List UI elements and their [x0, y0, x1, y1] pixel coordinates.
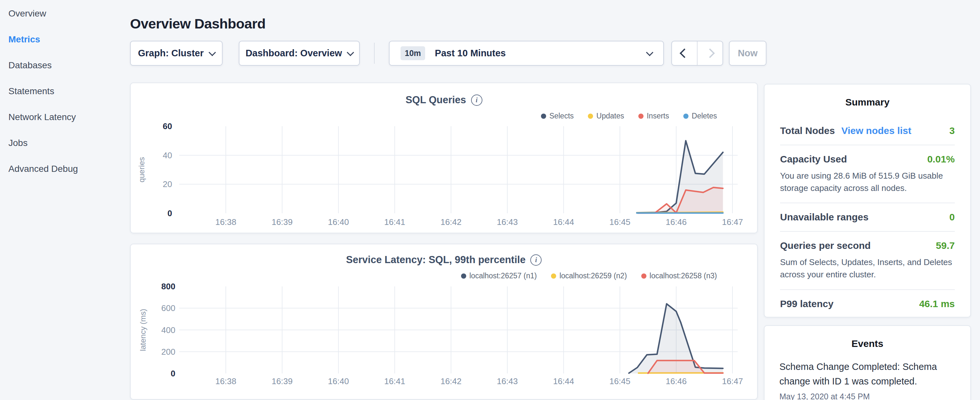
sidebar-item-overview[interactable]: Overview	[0, 1, 124, 27]
summary-row-label: Unavailable ranges	[780, 212, 869, 223]
legend-label: Updates	[596, 112, 624, 120]
svg-text:16:45: 16:45	[609, 217, 630, 227]
time-range-label: Past 10 Minutes	[435, 48, 641, 59]
svg-text:16:47: 16:47	[722, 217, 743, 227]
events-panel: Events Schema Change Completed: Schema c…	[764, 325, 971, 400]
service-latency-chart: 16:3816:3916:4016:4116:4216:4316:4416:45…	[131, 244, 757, 399]
chart-legend: localhost:26257 (n1)localhost:26259 (n2)…	[461, 271, 717, 280]
svg-text:16:41: 16:41	[384, 217, 405, 227]
sidebar-item-advanced-debug[interactable]: Advanced Debug	[0, 156, 124, 182]
legend-item: localhost:26258 (n3)	[641, 271, 717, 280]
summary-row-total-nodes: Total NodesView nodes list3	[780, 117, 955, 145]
info-icon[interactable]: i	[471, 94, 482, 106]
chart-title: SQL Queries	[406, 94, 466, 106]
legend-dot-icon	[551, 274, 556, 279]
svg-text:20: 20	[163, 179, 172, 189]
now-button-label: Now	[738, 48, 757, 59]
legend-dot-icon	[541, 113, 546, 119]
legend-dot-icon	[638, 113, 644, 119]
legend-item: Updates	[588, 112, 624, 120]
svg-text:16:41: 16:41	[384, 376, 405, 386]
legend-item: Deletes	[683, 112, 717, 120]
svg-text:16:43: 16:43	[496, 217, 518, 227]
legend-label: localhost:26258 (n3)	[650, 271, 717, 280]
svg-text:16:46: 16:46	[665, 376, 687, 386]
time-range-picker[interactable]: 10m Past 10 Minutes	[389, 41, 664, 66]
summary-row-p99-latency: P99 latency46.1 ms	[780, 290, 955, 318]
sidebar-item-statements[interactable]: Statements	[0, 78, 124, 104]
toolbar-divider	[374, 43, 375, 64]
svg-text:16:40: 16:40	[328, 217, 349, 227]
events-title: Events	[780, 338, 955, 349]
chevron-down-icon	[347, 49, 354, 56]
svg-text:16:38: 16:38	[215, 217, 236, 227]
legend-dot-icon	[588, 113, 593, 119]
event-timestamp: May 13, 2020 at 4:45 PM	[780, 392, 955, 400]
sidebar-item-network-latency[interactable]: Network Latency	[0, 104, 124, 130]
legend-label: Inserts	[647, 112, 669, 120]
svg-text:16:47: 16:47	[722, 376, 743, 386]
legend-label: Selects	[549, 112, 574, 120]
svg-text:16:39: 16:39	[272, 217, 293, 227]
summary-row-label: Total Nodes	[780, 125, 835, 136]
summary-title: Summary	[780, 97, 955, 108]
svg-text:600: 600	[161, 303, 175, 313]
legend-label: localhost:26257 (n1)	[469, 271, 537, 280]
dashboard-dropdown-label: Dashboard: Overview	[245, 48, 342, 59]
legend-item: localhost:26259 (n2)	[551, 271, 627, 280]
summary-row-value: 0.01%	[927, 154, 955, 165]
summary-row-capacity-used: Capacity Used0.01%You are using 28.6 MiB…	[780, 145, 955, 202]
service-latency-chart-card: 16:3816:3916:4016:4116:4216:4316:4416:45…	[130, 244, 758, 400]
summary-row-value: 46.1 ms	[919, 298, 955, 309]
db-console-screen: OverviewMetricsDatabasesStatementsNetwor…	[0, 0, 980, 400]
summary-row-value: 0	[949, 212, 955, 223]
dashboard-dropdown[interactable]: Dashboard: Overview	[239, 41, 360, 66]
page-title: Overview Dashboard	[130, 16, 266, 32]
sidebar-item-databases[interactable]: Databases	[0, 53, 124, 78]
svg-text:16:44: 16:44	[553, 217, 574, 227]
svg-text:16:40: 16:40	[328, 376, 349, 386]
summary-row-value: 3	[949, 125, 955, 136]
svg-text:200: 200	[161, 347, 175, 357]
svg-text:800: 800	[161, 282, 175, 291]
summary-row-unavailable-ranges: Unavailable ranges0	[780, 203, 955, 231]
svg-text:16:42: 16:42	[440, 217, 461, 227]
now-button[interactable]: Now	[729, 41, 767, 66]
event-text: Schema Change Completed: Schema change w…	[780, 360, 955, 389]
sidebar-item-metrics[interactable]: Metrics	[0, 27, 124, 53]
svg-text:latency (ms): latency (ms)	[138, 309, 147, 351]
view-nodes-list-link[interactable]: View nodes list	[841, 125, 911, 136]
legend-item: Selects	[541, 112, 574, 120]
summary-row-queries-per-second: Queries per second59.7Sum of Selects, Up…	[780, 232, 955, 289]
svg-text:16:39: 16:39	[272, 376, 293, 386]
summary-row-description: Sum of Selects, Updates, Inserts, and De…	[780, 256, 955, 280]
sidebar: OverviewMetricsDatabasesStatementsNetwor…	[0, 0, 124, 400]
sidebar-item-jobs[interactable]: Jobs	[0, 130, 124, 156]
svg-text:40: 40	[163, 150, 172, 160]
summary-row-value: 59.7	[936, 240, 955, 251]
svg-text:16:46: 16:46	[665, 217, 687, 227]
chevron-down-icon	[646, 49, 654, 56]
graph-dropdown[interactable]: Graph: Cluster	[130, 41, 223, 66]
svg-text:16:38: 16:38	[215, 376, 236, 386]
chart-title: Service Latency: SQL, 99th percentile	[346, 254, 526, 266]
chevron-right-icon	[705, 49, 715, 58]
chart-legend: SelectsUpdatesInsertsDeletes	[541, 112, 717, 120]
time-step-back-button[interactable]	[672, 41, 698, 65]
time-range-badge: 10m	[401, 46, 425, 60]
summary-row-label: Queries per second	[780, 240, 871, 251]
legend-dot-icon	[641, 274, 646, 279]
legend-item: localhost:26257 (n1)	[461, 271, 537, 280]
chevron-left-icon	[680, 49, 689, 58]
svg-text:16:44: 16:44	[553, 376, 574, 386]
legend-dot-icon	[683, 113, 689, 119]
svg-text:queries: queries	[137, 157, 146, 183]
summary-panel: Summary Total NodesView nodes list3Capac…	[764, 84, 971, 317]
legend-label: localhost:26259 (n2)	[559, 271, 627, 280]
sql-queries-chart-card: 16:3816:3916:4016:4116:4216:4316:4416:45…	[130, 83, 758, 233]
legend-item: Inserts	[638, 112, 669, 120]
info-icon[interactable]: i	[530, 254, 542, 266]
time-step-forward-button[interactable]	[698, 41, 722, 65]
summary-row-description: You are using 28.6 MiB of 515.9 GiB usab…	[780, 170, 955, 194]
svg-text:16:45: 16:45	[609, 376, 630, 386]
